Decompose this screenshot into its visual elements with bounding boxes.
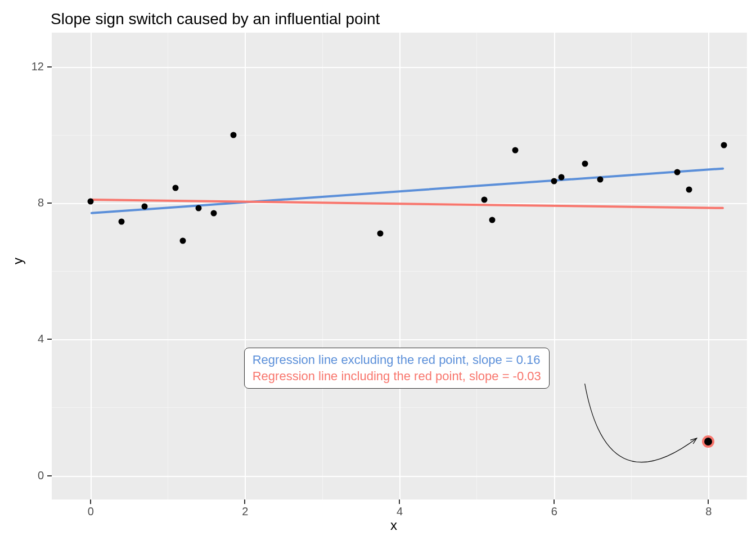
annotation-arrow <box>0 0 756 540</box>
